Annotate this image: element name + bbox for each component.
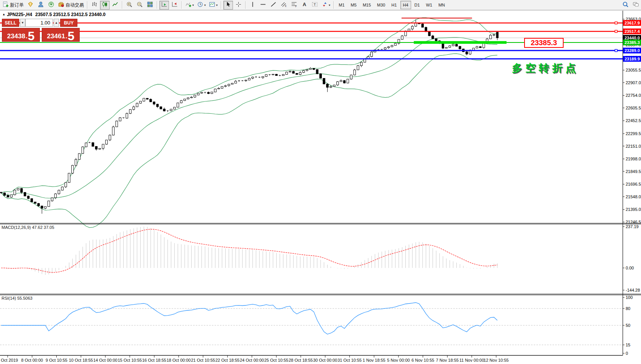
candle	[7, 195, 9, 197]
rsi-series	[1, 303, 497, 335]
candle	[234, 81, 236, 83]
search-button[interactable]	[621, 1, 630, 10]
toolbar-separator	[157, 1, 157, 9]
candle	[493, 34, 495, 35]
candle	[197, 93, 199, 95]
volume-decrease-button[interactable]: ▼	[20, 19, 25, 27]
candle	[190, 97, 192, 98]
bar-chart-button[interactable]	[90, 1, 99, 10]
price-badge-label: 23517.4	[625, 29, 640, 34]
auto-scroll-button[interactable]	[159, 1, 169, 10]
candle	[285, 72, 287, 74]
candle	[214, 89, 216, 92]
indicator-axes: 237.190.00-144.281008050150	[623, 224, 640, 356]
time-axis[interactable]: 4 Oct 20198 Oct 00:009 Oct 10:5510 Oct 1…	[0, 356, 509, 363]
timeframe-d1-button[interactable]: D1	[412, 1, 423, 9]
fibo-icon: F	[291, 1, 297, 9]
bollinger-bands	[1, 18, 497, 228]
rsi-indicator-label: RSI(14) 55.5063	[2, 296, 33, 300]
cursor-button[interactable]	[223, 1, 233, 10]
candle	[34, 202, 36, 204]
buy-button[interactable]: BUY	[60, 19, 77, 27]
price-badge-label: 23385.3	[625, 40, 640, 45]
community-button[interactable]	[36, 1, 46, 10]
signals-button[interactable]	[46, 1, 56, 10]
autotrading-button[interactable]: 自动交易	[57, 1, 85, 10]
timeframe-mn-button[interactable]: MN	[436, 1, 448, 9]
timeframe-m15-button[interactable]: M15	[360, 1, 374, 9]
channel-button[interactable]: E	[279, 1, 289, 10]
candle	[252, 77, 254, 78]
sell-price-button[interactable]: 23438.5	[2, 28, 40, 42]
candle	[323, 78, 325, 84]
fibonacci-button[interactable]: F	[289, 1, 299, 10]
arrows-button[interactable]: ▾	[320, 1, 331, 10]
time-axis-label: 14 Oct 00:00	[93, 358, 118, 362]
templates-button[interactable]: ▾	[208, 1, 219, 10]
price-badge-label: 23189.9	[625, 57, 640, 61]
tile-windows-button[interactable]	[145, 1, 155, 10]
time-axis-label: 31 Oct 10:55	[338, 358, 362, 362]
indicators-button[interactable]: ▾	[184, 1, 195, 10]
line-chart-button[interactable]	[110, 1, 120, 10]
text-button[interactable]: A	[300, 1, 309, 10]
candle	[364, 59, 366, 62]
crosshair-button[interactable]	[234, 1, 243, 10]
price-tick-label: 22299.5	[626, 131, 641, 136]
time-axis-label: 24 Oct 00:00	[240, 358, 264, 362]
candle	[282, 74, 284, 75]
candle	[357, 66, 359, 70]
chat-button[interactable]	[631, 1, 641, 10]
zoom-out-button[interactable]	[135, 1, 144, 10]
sell-button[interactable]: SELL	[2, 19, 19, 27]
trendline-button[interactable]	[269, 1, 278, 10]
candle	[476, 47, 478, 48]
rsi-axis-label: 50	[626, 323, 630, 328]
volume-input[interactable]: 1.00	[25, 19, 53, 27]
rsi-axis-label: 15	[626, 343, 630, 347]
time-axis-label: 4 Oct 2019	[0, 358, 18, 362]
quotes-button[interactable]	[26, 1, 35, 10]
buy-price-button[interactable]: 23461.5	[42, 28, 80, 42]
candle	[445, 47, 447, 48]
timeframe-m30-button[interactable]: M30	[374, 1, 388, 9]
time-axis-label: 21 Oct 10:55	[191, 358, 215, 362]
timeframe-m5-button[interactable]: M5	[348, 1, 359, 9]
channel-icon: E	[280, 1, 287, 9]
candle	[116, 121, 118, 127]
chart-shift-button[interactable]	[170, 1, 179, 10]
price-annotation-box[interactable]: 23385.3	[524, 38, 564, 48]
timeframe-h1-button[interactable]: H1	[389, 1, 399, 9]
collapse-panel-icon[interactable]: ▲	[2, 13, 5, 16]
zoom-out-icon	[136, 1, 143, 9]
new-order-button[interactable]: 新订单	[1, 1, 25, 10]
price-tick-label: 21849.5	[626, 169, 641, 174]
tile-windows-icon	[147, 1, 153, 9]
candle	[296, 73, 298, 75]
zoom-in-button[interactable]	[125, 1, 134, 10]
vertical-line-button[interactable]	[248, 1, 257, 10]
periods-button[interactable]: ▾	[196, 1, 207, 10]
candle	[303, 70, 305, 72]
candle	[48, 201, 49, 207]
candle	[78, 153, 80, 159]
candle	[248, 78, 250, 80]
candlestick-chart-button[interactable]	[100, 1, 110, 10]
candle	[306, 70, 308, 71]
auto-scroll-icon	[161, 1, 167, 9]
label-icon: T	[311, 1, 318, 9]
volume-increase-button[interactable]: ▲	[54, 19, 59, 27]
candle	[95, 146, 97, 149]
bollinger-middle	[1, 38, 497, 198]
timeframe-h4-button[interactable]: H4	[400, 1, 411, 9]
timeframe-m1-button[interactable]: M1	[336, 1, 347, 9]
candle	[442, 43, 444, 48]
label-button[interactable]: T	[310, 1, 320, 10]
horizontal-line-button[interactable]	[258, 1, 268, 10]
candle	[490, 35, 492, 39]
candle	[129, 109, 131, 113]
candle	[218, 88, 220, 89]
timeframe-w1-button[interactable]: W1	[423, 1, 435, 9]
candle	[394, 43, 396, 45]
bar-chart-icon	[91, 1, 98, 9]
